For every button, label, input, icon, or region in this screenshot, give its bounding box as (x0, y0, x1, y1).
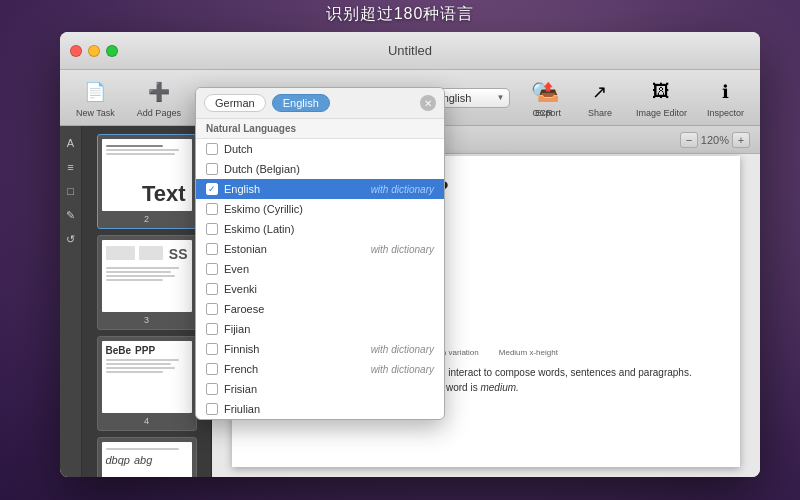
banner-text: 识别超过180种语言 (326, 4, 475, 25)
frisian-label: Frisian (224, 383, 428, 395)
friulian-checkbox[interactable] (206, 403, 218, 415)
thumb-inner-2: SS (102, 240, 192, 312)
lang-item-english[interactable]: ✓ English with dictionary (196, 179, 444, 199)
thumbnail-2[interactable]: SS 3 (97, 235, 197, 330)
export-icon: 📤 (534, 78, 562, 106)
lang-item-evenki[interactable]: Evenki (196, 279, 444, 299)
section-header-text: Natural Languages (206, 123, 296, 134)
zoom-level: 120% (701, 134, 729, 146)
thumb-lines-4: dbqpabg (106, 448, 188, 466)
maximize-button[interactable] (106, 45, 118, 57)
thumbnail-1[interactable]: Text 2 (97, 134, 197, 229)
new-task-icon: 📄 (81, 78, 109, 106)
inspector-icon: ℹ (711, 78, 739, 106)
even-label: Even (224, 263, 428, 275)
traffic-lights (70, 45, 118, 57)
lang-item-faroese[interactable]: Faroese (196, 299, 444, 319)
even-checkbox[interactable] (206, 263, 218, 275)
lang-item-even[interactable]: Even (196, 259, 444, 279)
lang-item-fijian[interactable]: Fijian (196, 319, 444, 339)
close-button[interactable] (70, 45, 82, 57)
friulian-label: Friulian (224, 403, 428, 415)
lang-item-estonian[interactable]: Estonian with dictionary (196, 239, 444, 259)
rotate-tool-icon[interactable]: ↺ (62, 230, 80, 248)
tool-strip: A ≡ □ ✎ ↺ (60, 126, 82, 477)
export-label: Export (535, 108, 561, 118)
new-task-button[interactable]: 📄 New Task (68, 74, 123, 122)
faroese-label: Faroese (224, 303, 428, 315)
window-title: Untitled (388, 43, 432, 58)
thumb-lines-2: SS (106, 246, 188, 281)
english-label: English (224, 183, 365, 195)
lang-item-dutch[interactable]: Dutch (196, 139, 444, 159)
image-editor-icon: 🖼 (647, 78, 675, 106)
english-checkbox[interactable]: ✓ (206, 183, 218, 195)
estonian-checkbox[interactable] (206, 243, 218, 255)
finnish-dict: with dictionary (371, 344, 434, 355)
finnish-label: Finnish (224, 343, 365, 355)
eskimo-cyrillic-label: Eskimo (Cyrillic) (224, 203, 428, 215)
lang-item-finnish[interactable]: Finnish with dictionary (196, 339, 444, 359)
eskimo-cyrillic-checkbox[interactable] (206, 203, 218, 215)
estonian-dict: with dictionary (371, 244, 434, 255)
lang-item-friulian[interactable]: Friulian (196, 399, 444, 419)
zoom-controls: − 120% + (680, 132, 750, 148)
minimize-button[interactable] (88, 45, 100, 57)
dutch-belgian-label: Dutch (Belgian) (224, 163, 428, 175)
edit-tool-icon[interactable]: ✎ (62, 206, 80, 224)
language-dropdown: German English ✕ Natural Languages Dutch… (195, 87, 445, 420)
image-editor-button[interactable]: 🖼 Image Editor (628, 74, 695, 122)
thumb-label-3: 4 (102, 416, 192, 426)
sidebar-wrap: A ≡ □ ✎ ↺ Text (60, 126, 212, 477)
lang-item-dutch-belgian[interactable]: Dutch (Belgian) (196, 159, 444, 179)
lang-item-frisian[interactable]: Frisian (196, 379, 444, 399)
lang-item-eskimo-cyrillic[interactable]: Eskimo (Cyrillic) (196, 199, 444, 219)
finnish-checkbox[interactable] (206, 343, 218, 355)
list-tool-icon[interactable]: ≡ (62, 158, 80, 176)
text-tool-icon[interactable]: A (62, 134, 80, 152)
share-label: Share (588, 108, 612, 118)
main-window: Untitled 📄 New Task ➕ Add Pages German, … (60, 32, 760, 477)
inspector-button[interactable]: ℹ Inspector (699, 74, 752, 122)
thumb-inner-1: Text (102, 139, 192, 211)
new-task-label: New Task (76, 108, 115, 118)
zoom-in-button[interactable]: + (732, 132, 750, 148)
french-label: French (224, 363, 365, 375)
share-icon: ↗ (586, 78, 614, 106)
fijian-checkbox[interactable] (206, 323, 218, 335)
french-checkbox[interactable] (206, 363, 218, 375)
fijian-label: Fijian (224, 323, 428, 335)
lang-item-french[interactable]: French with dictionary (196, 359, 444, 379)
eskimo-latin-checkbox[interactable] (206, 223, 218, 235)
search-clear-button[interactable]: ✕ (420, 95, 436, 111)
dutch-label: Dutch (224, 143, 428, 155)
thumbnail-sidebar: Text 2 SS (82, 126, 212, 477)
add-pages-button[interactable]: ➕ Add Pages (129, 74, 189, 122)
german-tab[interactable]: German (204, 94, 266, 112)
faroese-checkbox[interactable] (206, 303, 218, 315)
export-button[interactable]: 📤 Export (524, 74, 572, 122)
rect-tool-icon[interactable]: □ (62, 182, 80, 200)
eskimo-latin-label: Eskimo (Latin) (224, 223, 428, 235)
thumb-label-1: 2 (102, 214, 192, 224)
annotation-x-height: Medium x-height (499, 348, 558, 357)
dutch-checkbox[interactable] (206, 143, 218, 155)
evenki-checkbox[interactable] (206, 283, 218, 295)
german-tab-label: German (215, 97, 255, 109)
english-tab[interactable]: English (272, 94, 330, 112)
dropdown-search-bar: German English ✕ (196, 88, 444, 119)
toolbar-right: 📤 Export ↗ Share 🖼 Image Editor ℹ Inspec… (524, 74, 752, 122)
thumbnail-3[interactable]: BeBe PPP 4 (97, 336, 197, 431)
evenki-label: Evenki (224, 283, 428, 295)
dutch-belgian-checkbox[interactable] (206, 163, 218, 175)
thumb-inner-3: BeBe PPP (102, 341, 192, 413)
frisian-checkbox[interactable] (206, 383, 218, 395)
share-button[interactable]: ↗ Share (576, 74, 624, 122)
image-editor-label: Image Editor (636, 108, 687, 118)
dropdown-list[interactable]: Dutch Dutch (Belgian) ✓ English with dic… (196, 139, 444, 419)
top-banner: 识别超过180种语言 (0, 0, 800, 28)
lang-item-eskimo-latin[interactable]: Eskimo (Latin) (196, 219, 444, 239)
thumbnail-4[interactable]: dbqpabg (97, 437, 197, 477)
thumb-lines-1 (106, 145, 188, 155)
zoom-out-button[interactable]: − (680, 132, 698, 148)
